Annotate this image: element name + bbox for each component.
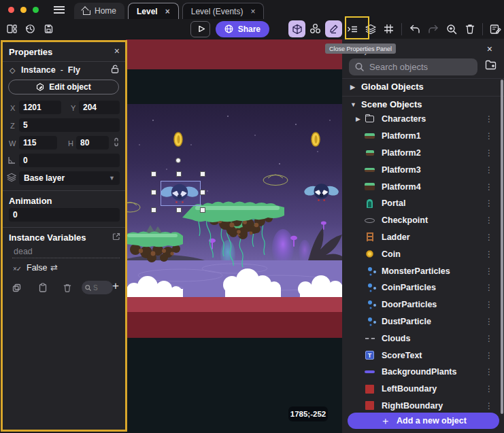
grid-icon[interactable]: [380, 20, 397, 37]
resize-handle-e[interactable]: [200, 190, 205, 195]
zoom-in-icon[interactable]: [443, 20, 460, 37]
object-row-ladder[interactable]: Ladder ⋮: [342, 229, 504, 246]
window-minimize-button[interactable]: [20, 7, 27, 13]
resize-handle-sw[interactable]: [151, 207, 156, 213]
save-icon[interactable]: [40, 21, 56, 37]
close-icon[interactable]: ×: [114, 46, 120, 56]
kebab-menu-icon[interactable]: ⋮: [485, 266, 493, 276]
trash-icon[interactable]: [461, 20, 478, 37]
object-row-scoretext[interactable]: ScoreText ⋮: [342, 347, 504, 364]
object-row-platform2[interactable]: Platform2 ⋮: [342, 145, 504, 162]
coin-sprite[interactable]: [312, 133, 320, 146]
window-close-button[interactable]: [8, 7, 14, 13]
add-folder-icon[interactable]: [485, 60, 497, 70]
width-input[interactable]: [19, 136, 57, 150]
tab-level-events[interactable]: Level (Events) ×: [182, 3, 265, 19]
kebab-menu-icon[interactable]: ⋮: [485, 300, 493, 309]
selection-rectangle[interactable]: [161, 181, 201, 206]
object-row-checkpoint[interactable]: Checkpoint ⋮: [342, 212, 504, 229]
resize-handle-s[interactable]: [176, 207, 182, 213]
variable-name[interactable]: dead: [14, 247, 33, 256]
unlock-icon[interactable]: [111, 65, 119, 73]
y-input[interactable]: [79, 101, 120, 114]
kebab-menu-icon[interactable]: ⋮: [485, 165, 493, 175]
window-zoom-button[interactable]: [33, 7, 39, 13]
edit-properties-icon[interactable]: [325, 20, 342, 37]
notes-icon[interactable]: [487, 20, 504, 37]
object-row-platform3[interactable]: Platform3 ⋮: [342, 161, 504, 178]
kebab-menu-icon[interactable]: ⋮: [485, 367, 493, 377]
kebab-menu-icon[interactable]: ⋮: [485, 401, 493, 411]
object-row-monsterparticles[interactable]: MonsterParticles ⋮: [342, 262, 504, 279]
chevron-right-icon[interactable]: ▶: [356, 116, 364, 122]
menu-icon[interactable]: [54, 6, 65, 14]
animation-input[interactable]: [9, 208, 120, 222]
objects-scrollbar[interactable]: [501, 80, 503, 414]
open-variables-icon[interactable]: [112, 232, 120, 241]
preview-button[interactable]: Preview ▼: [190, 21, 210, 37]
link-dimensions-icon[interactable]: [113, 137, 120, 147]
objects-search-input[interactable]: [369, 62, 458, 72]
close-icon[interactable]: ×: [250, 7, 255, 16]
object-row-platform4[interactable]: Platform4 ⋮: [342, 178, 504, 195]
layers-icon[interactable]: [362, 20, 379, 37]
object-row-coinparticles[interactable]: CoinParticles ⋮: [342, 279, 504, 296]
history-icon[interactable]: [22, 21, 38, 37]
resize-handle-se[interactable]: [200, 207, 205, 213]
kebab-menu-icon[interactable]: ⋮: [485, 351, 493, 360]
kebab-menu-icon[interactable]: ⋮: [485, 232, 493, 242]
add-object-button[interactable]: ＋ Add a new object: [348, 413, 499, 429]
object-row-rightboundary[interactable]: RightBoundary ⋮: [342, 398, 504, 415]
layer-select[interactable]: Base layer ▼: [19, 171, 120, 185]
angle-input[interactable]: [19, 154, 120, 167]
resize-handle-nw[interactable]: [151, 171, 156, 177]
undo-icon[interactable]: [406, 20, 423, 37]
wireframe-object[interactable]: [263, 175, 288, 186]
kebab-menu-icon[interactable]: ⋮: [485, 131, 493, 141]
instances-icon[interactable]: [307, 20, 324, 37]
object-row-leftboundary[interactable]: LeftBoundary ⋮: [342, 381, 504, 398]
share-button[interactable]: Share: [216, 21, 269, 37]
resize-handle-ne[interactable]: [200, 171, 205, 177]
3d-view-icon[interactable]: [288, 20, 305, 37]
tab-home[interactable]: Home: [74, 3, 124, 19]
copy-icon[interactable]: [12, 283, 21, 292]
panel-layout-icon[interactable]: [3, 21, 20, 37]
close-icon[interactable]: ×: [165, 7, 170, 16]
object-list-icon[interactable]: [343, 20, 360, 37]
kebab-menu-icon[interactable]: ⋮: [485, 384, 493, 394]
height-input[interactable]: [76, 136, 109, 150]
group-scene-objects[interactable]: ▼ Scene Objects: [342, 96, 504, 112]
object-row-portal[interactable]: Portal ⋮: [342, 195, 504, 212]
kebab-menu-icon[interactable]: ⋮: [485, 317, 493, 326]
scene-canvas[interactable]: 1785;-252: [126, 39, 342, 433]
variables-search[interactable]: [82, 281, 113, 294]
x-input[interactable]: [19, 101, 61, 114]
object-row-backgroundplants[interactable]: BackgroundPlants ⋮: [342, 364, 504, 381]
close-icon[interactable]: ×: [487, 44, 492, 54]
resize-handle-w[interactable]: [151, 190, 156, 195]
tab-level[interactable]: Level ×: [128, 3, 179, 19]
variable-value[interactable]: False: [27, 263, 48, 273]
coin-sprite[interactable]: [174, 133, 182, 146]
kebab-menu-icon[interactable]: ⋮: [485, 283, 493, 292]
trash-icon[interactable]: [63, 283, 71, 292]
kebab-menu-icon[interactable]: ⋮: [485, 148, 493, 158]
kebab-menu-icon[interactable]: ⋮: [485, 114, 493, 124]
toggle-value-icon[interactable]: ⇄: [50, 262, 58, 273]
kebab-menu-icon[interactable]: ⋮: [485, 182, 493, 192]
group-global-objects[interactable]: ▶ Global Objects: [342, 78, 504, 94]
add-variable-button[interactable]: +: [112, 279, 119, 293]
object-row-platform1[interactable]: Platform1 ⋮: [342, 128, 504, 145]
object-row-characters[interactable]: ▶ Characters ⋮: [342, 111, 504, 128]
z-input[interactable]: [19, 118, 120, 132]
redo-icon[interactable]: [424, 20, 441, 37]
kebab-menu-icon[interactable]: ⋮: [485, 215, 493, 225]
object-row-coin[interactable]: Coin ⋮: [342, 245, 504, 262]
kebab-menu-icon[interactable]: ⋮: [485, 334, 493, 343]
paste-icon[interactable]: [39, 283, 47, 292]
kebab-menu-icon[interactable]: ⋮: [485, 198, 493, 208]
fly-sprite[interactable]: [303, 184, 339, 201]
objects-search[interactable]: [349, 58, 477, 75]
rotation-handle[interactable]: [175, 158, 181, 163]
